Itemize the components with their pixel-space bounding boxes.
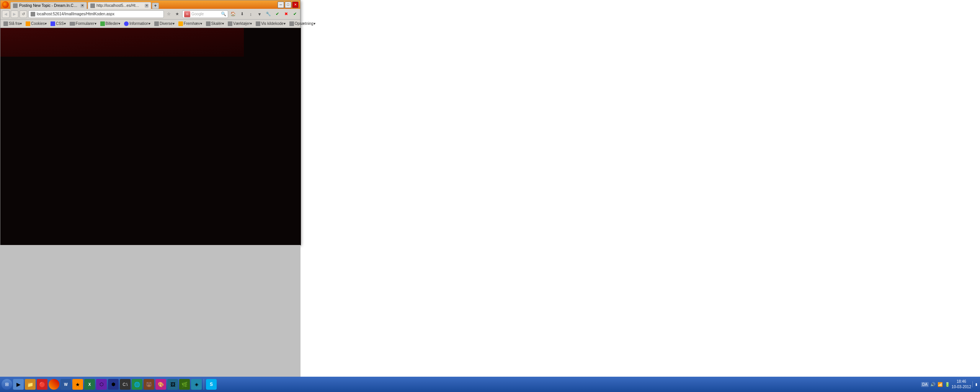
- addons-check-green2: ✔: [291, 10, 299, 18]
- taskbar-icon-cyan2[interactable]: ◈: [191, 379, 202, 390]
- desktop-right: [301, 0, 980, 392]
- bookmark-cookies-icon: [26, 21, 30, 26]
- search-submit-icon[interactable]: 🔍: [221, 11, 226, 16]
- firefox-logo: [2, 1, 9, 8]
- downloads-button[interactable]: ⬇: [238, 10, 246, 18]
- taskbar-icons: ▶ 📁 🔴 W ★ X ⬡ ⬢ C:\ 🌐 🐻 🎨: [13, 379, 920, 390]
- menu-button[interactable]: ▼: [256, 10, 263, 18]
- systray-volume-icon[interactable]: 🔊: [930, 381, 936, 387]
- taskbar-icon-red[interactable]: 🔴: [37, 379, 47, 390]
- bookmark-opsaetning[interactable]: Opsætning▾: [288, 21, 317, 26]
- bookmark-diverse[interactable]: Diverse▾: [153, 21, 176, 26]
- address-bar[interactable]: localhost:52614/ImallImages/HtmlKoden.as…: [28, 10, 164, 18]
- tab-bar: Posting New Topic - Dream.In.Code ✕ http…: [10, 0, 276, 9]
- bookmark-fremhaev-icon: [178, 21, 183, 26]
- taskbar-icon-green3[interactable]: 🌿: [179, 379, 190, 390]
- reload-button[interactable]: ↺: [20, 10, 27, 18]
- bookmark-vis-kildekode[interactable]: Vis kildekode▾: [254, 21, 287, 26]
- bookmark-diverse-icon: [154, 21, 159, 26]
- taskbar-icon-star[interactable]: ★: [72, 379, 83, 390]
- bookmark-billeder[interactable]: Billeder▾: [99, 21, 122, 26]
- addons-check-green: ✔: [273, 10, 281, 18]
- bookmark-css-label: CSS▾: [56, 21, 66, 26]
- address-text: localhost:52614/ImallImages/HtmlKoden.as…: [37, 12, 114, 16]
- addons-check-red: ✖: [282, 10, 290, 18]
- bookmark-css[interactable]: CSS▾: [49, 21, 67, 26]
- bookmark-opsaetning-label: Opsætning▾: [295, 21, 315, 26]
- bookmark-formularer[interactable]: Formularer▾: [68, 21, 98, 26]
- taskbar-icon-files[interactable]: ▶: [13, 379, 24, 390]
- bookmark-vis-kildekode-label: Vis kildekode▾: [261, 21, 286, 26]
- search-placeholder: Google: [191, 12, 204, 16]
- home-button[interactable]: 🏠: [229, 10, 237, 18]
- taskbar-icon-photo2[interactable]: 🖼: [167, 379, 178, 390]
- tab-label-active: Posting New Topic - Dream.In.Code: [19, 3, 78, 8]
- tab-favicon-active: [13, 3, 18, 8]
- bookmark-fremhaev[interactable]: Fremhæv▾: [177, 21, 204, 26]
- clock-time: 18:46: [952, 379, 971, 384]
- taskbar-separator: [204, 379, 204, 390]
- tab-favicon-inactive: [90, 3, 95, 8]
- bookmark-billeder-icon: [100, 21, 105, 26]
- language-indicator: DA: [921, 382, 929, 387]
- bookmark-skaler-label: Skalér▾: [211, 21, 224, 26]
- bookmark-information-icon: [124, 21, 129, 26]
- systray-show-desktop[interactable]: ▮: [972, 381, 978, 387]
- sync-button[interactable]: ↕: [247, 10, 255, 18]
- bookmark-diverse-label: Diverse▾: [160, 21, 175, 26]
- bookmark-cookies[interactable]: Cookies▾: [24, 21, 48, 26]
- taskbar-icon-firefox[interactable]: [49, 379, 59, 390]
- systray-battery-icon[interactable]: 🔋: [944, 381, 951, 387]
- bookmark-opsaetning-icon: [289, 21, 294, 26]
- taskbar-icon-skype[interactable]: S: [206, 379, 217, 390]
- taskbar: ⊞ ▶ 📁 🔴 W ★ X ⬡ ⬢ C:\ 🌐 🐻: [0, 377, 980, 392]
- tab-inactive[interactable]: http://localhost5...es/HtmlKoden.aspx ✕: [88, 2, 151, 9]
- bookmark-fremhaev-label: Fremhæv▾: [184, 21, 202, 26]
- bookmarks-bar: Slå fra▾ Cookies▾ CSS▾ Formularer▾ Bille…: [0, 20, 300, 28]
- star-area: ☆ ★: [165, 10, 181, 18]
- tab-active[interactable]: Posting New Topic - Dream.In.Code ✕: [10, 2, 87, 9]
- tab-label-inactive: http://localhost5...es/HtmlKoden.aspx: [96, 3, 142, 8]
- web-content: [0, 28, 301, 245]
- back-button[interactable]: ◀: [2, 10, 10, 18]
- minimize-button[interactable]: ─: [278, 2, 284, 8]
- bookmark-css-icon: [51, 21, 55, 26]
- window-controls: ─ □ ✕: [278, 2, 299, 8]
- tab-close-active[interactable]: ✕: [80, 4, 84, 8]
- taskbar-icon-dark2[interactable]: ⬢: [108, 379, 119, 390]
- start-button[interactable]: ⊞: [2, 379, 12, 390]
- systray-network-icon[interactable]: 📶: [937, 381, 943, 387]
- forward-button[interactable]: ▶: [11, 10, 18, 18]
- systray-clock[interactable]: 18:46 10-03-2012: [952, 379, 971, 390]
- bookmark-sla-fra[interactable]: Slå fra▾: [2, 21, 23, 26]
- maximize-button[interactable]: □: [285, 2, 291, 8]
- bookmark-vaerktoejer-icon: [228, 21, 232, 26]
- bookmark-skaler[interactable]: Skalér▾: [204, 21, 225, 26]
- taskbar-icon-word[interactable]: W: [60, 379, 71, 390]
- clock-date: 10-03-2012: [952, 384, 971, 390]
- bookmark-vis-kildekode-icon: [256, 21, 260, 26]
- taskbar-icon-folder[interactable]: 📁: [25, 379, 36, 390]
- taskbar-icon-excel[interactable]: X: [84, 379, 95, 390]
- bookmark-information[interactable]: Information▾: [122, 21, 152, 26]
- tab-close-inactive[interactable]: ✕: [145, 4, 149, 8]
- bookmark-formularer-icon: [70, 22, 75, 26]
- taskbar-icon-purple[interactable]: ⬡: [96, 379, 107, 390]
- tools-button[interactable]: 🔧: [265, 10, 272, 18]
- taskbar-icon-globe[interactable]: 🌐: [132, 379, 142, 390]
- taskbar-icon-brown2[interactable]: 🐻: [144, 379, 154, 390]
- bookmark-sla-fra-label: Slå fra▾: [9, 21, 22, 26]
- browser-window: Posting New Topic - Dream.In.Code ✕ http…: [0, 0, 301, 245]
- new-tab-button[interactable]: +: [152, 3, 159, 9]
- dark-red-banner: [0, 28, 244, 57]
- star-button[interactable]: ☆: [165, 10, 173, 18]
- bookmark-button[interactable]: ★: [173, 10, 181, 18]
- bookmark-sla-fra-icon: [3, 21, 8, 26]
- bookmark-vaerktoejer[interactable]: Værktøjer▾: [226, 21, 253, 26]
- search-bar[interactable]: G Google 🔍: [182, 10, 228, 18]
- bookmark-information-label: Information▾: [129, 21, 150, 26]
- close-button[interactable]: ✕: [292, 2, 299, 8]
- search-engine-icon: G: [184, 11, 190, 17]
- taskbar-icon-paint[interactable]: 🎨: [155, 379, 166, 390]
- taskbar-icon-cmd[interactable]: C:\: [120, 379, 131, 390]
